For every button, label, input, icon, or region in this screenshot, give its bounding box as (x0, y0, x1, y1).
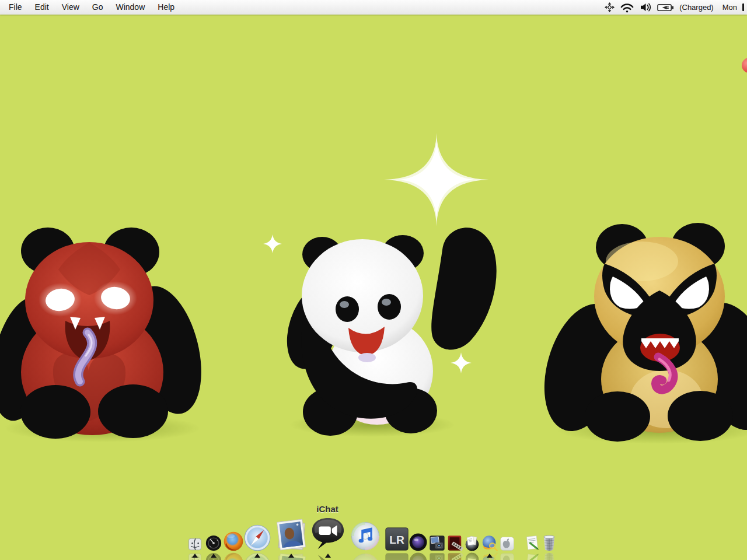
dock-item-itunes[interactable] (350, 520, 381, 552)
svg-text:LR: LR (389, 534, 404, 546)
wallpaper-art (0, 0, 747, 560)
film-icon (446, 534, 463, 552)
four-arrows-icon[interactable] (605, 2, 615, 12)
dock-tooltip: iChat (316, 504, 338, 514)
battery-icon[interactable] (657, 4, 674, 12)
dock-item-search-globe[interactable] (481, 534, 498, 552)
menu-help[interactable]: Help (151, 0, 181, 15)
photo-editor-icon (428, 534, 446, 552)
trash-icon (540, 533, 558, 552)
dock-item-globe-documents[interactable] (463, 534, 481, 552)
dock-item-photo-stamp[interactable] (274, 518, 308, 552)
desktop: File Edit View Go Window Help (0, 0, 747, 560)
menu-window[interactable]: Window (109, 0, 151, 15)
lightroom-icon: LR (384, 526, 410, 552)
gold-panda (531, 223, 747, 444)
white-panda (277, 228, 497, 437)
red-panda (0, 228, 213, 442)
battery-status[interactable]: (Charged) (679, 3, 714, 12)
menu-view[interactable]: View (55, 0, 86, 15)
dock-item-trash[interactable] (540, 533, 558, 552)
red-dot (742, 58, 747, 73)
dock-item-lightroom[interactable]: LR (384, 526, 410, 552)
dock-item-photo-editor[interactable] (428, 534, 446, 552)
dock-item-finder[interactable] (187, 537, 203, 552)
document-pen-icon (523, 534, 541, 552)
dock-item-dashboard[interactable] (205, 534, 222, 552)
dock-item-aperture[interactable] (409, 533, 428, 552)
ichat-icon (310, 516, 346, 552)
dock-item-firefox[interactable] (223, 531, 244, 552)
menubar-status: (Charged) Mon (605, 0, 747, 15)
menubar: File Edit View Go Window Help (0, 0, 747, 15)
sparkle-large-core (399, 142, 474, 217)
menu-file[interactable]: File (2, 0, 29, 15)
dock-item-ichat[interactable] (310, 516, 346, 552)
clock[interactable]: Mon (722, 3, 737, 12)
dock-item-document[interactable] (523, 534, 541, 552)
photo-stamp-icon (274, 518, 308, 552)
apple-box-icon (499, 536, 515, 552)
clipped-clock-glyph (742, 4, 747, 11)
aperture-icon (409, 533, 428, 552)
menu-edit[interactable]: Edit (29, 0, 55, 15)
sparkle-small-2 (451, 352, 472, 373)
dock-item-safari[interactable] (243, 524, 271, 552)
finder-icon (187, 537, 203, 552)
dashboard-icon (205, 534, 222, 552)
safari-icon (243, 524, 271, 552)
sparkle-small-1 (263, 235, 282, 253)
search-globe-icon (481, 534, 498, 552)
firefox-icon (223, 531, 244, 552)
volume-icon[interactable] (640, 2, 652, 12)
globe-documents-icon (463, 534, 481, 552)
menus: File Edit View Go Window Help (0, 0, 181, 15)
wifi-icon[interactable] (620, 2, 634, 13)
dock: LR (0, 514, 747, 552)
dock-item-video-film[interactable] (446, 534, 463, 552)
menu-go[interactable]: Go (86, 0, 110, 15)
itunes-icon (350, 520, 381, 552)
dock-item-apple-software[interactable] (499, 536, 515, 552)
